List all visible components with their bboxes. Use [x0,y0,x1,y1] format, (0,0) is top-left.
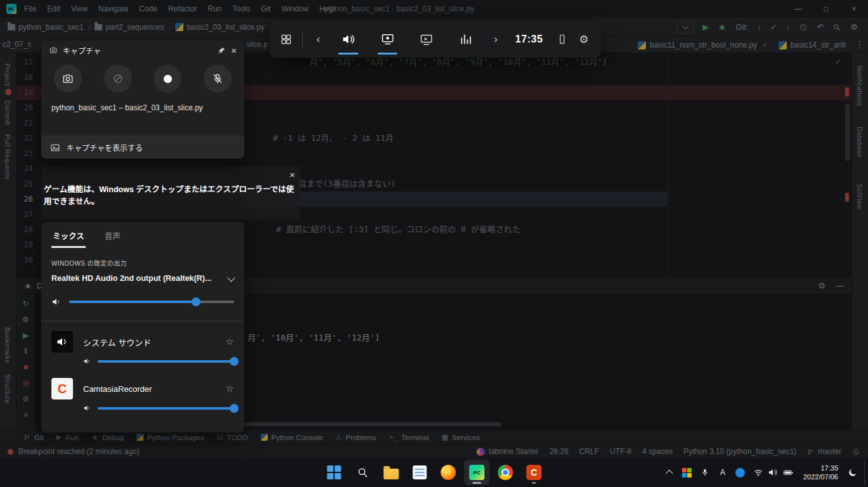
console-horizontal-scrollbar[interactable] [241,422,501,426]
git-update-button[interactable]: ↓ [758,23,762,31]
panel-minimize-icon[interactable]: — [836,281,844,290]
resume-button[interactable]: ▶ [23,331,29,340]
master-volume-slider[interactable] [69,301,234,303]
view-breakpoints-button[interactable]: ◎ [22,379,29,387]
toolwin-debug[interactable]: Debug [86,432,129,443]
editor-gutter[interactable]: 1718192021222324252627282930 [16,55,41,268]
breadcrumb-file[interactable]: basic2_03_list_slice.py [175,23,265,32]
browser-button[interactable] [493,460,518,485]
error-stripe-mark[interactable] [845,193,849,202]
toolwin-services[interactable]: ▦Services [436,432,486,443]
tab-voice[interactable]: 音声 [103,227,122,248]
menu-item[interactable]: Code [139,4,157,13]
screenshot-button[interactable] [54,65,82,93]
inspections-ok-icon[interactable]: ✓ [835,57,841,66]
start-button[interactable] [322,460,347,485]
menu-item[interactable]: Refactor [168,4,197,13]
toolwin-python-packages[interactable]: Python Packages [131,432,210,443]
capture-widget-button[interactable] [371,21,404,58]
taskbar-clock[interactable]: 17:35 2022/07/06 [798,464,843,482]
audio-widget-button[interactable] [331,21,365,58]
start-recording-button[interactable] [154,65,181,93]
pycharm-button[interactable]: PC [464,460,490,485]
rerun-button[interactable]: ↻ [22,299,29,308]
tray-app-button[interactable] [679,461,695,484]
breadcrumb-package[interactable]: part2_sequences [95,23,164,32]
toolwin-run[interactable]: ▶Run [51,432,85,443]
menu-item[interactable]: Navigate [98,4,128,13]
editor-scrollbar[interactable] [845,104,850,161]
run-config-combo[interactable] [677,21,694,34]
tray-mic-button[interactable] [697,461,713,484]
firefox-button[interactable] [436,460,461,485]
git-branch[interactable]: master [807,447,841,456]
menu-item[interactable]: Edit [47,4,60,13]
file-explorer-button[interactable] [379,460,404,485]
tab-options-icon[interactable]: ⋮ [855,39,864,49]
pin-icon[interactable] [218,46,226,55]
toolwin-git[interactable]: Git [18,432,49,443]
notifications-bell-icon[interactable] [852,448,860,456]
editor-tab-clipped-current[interactable]: slice.p [246,40,268,49]
show-desktop-button[interactable] [864,460,867,485]
mic-muted-button[interactable] [204,65,232,93]
tabnine-status[interactable]: tabnine Starter [477,447,539,456]
broadcast-widget-button[interactable] [409,21,443,58]
performance-widget-button[interactable] [449,21,482,58]
maximize-button[interactable]: □ [812,0,840,18]
file-encoding[interactable]: UTF-8 [610,447,631,456]
editor-tab[interactable]: basic14_str_ariti [773,37,852,53]
debug-button[interactable] [718,23,727,32]
menu-item[interactable]: View [71,4,88,13]
mute-breakpoints-button[interactable]: ⊘ [22,394,29,403]
record-last-button[interactable] [104,65,132,93]
favorite-star-icon[interactable]: ☆ [226,336,234,347]
editor-tab[interactable]: basic11_num_str_bool_none.py × [632,37,773,53]
python-interpreter[interactable]: Python 3.10 (python_basic_sec1) [683,447,796,456]
output-device-select[interactable]: Realtek HD Audio 2nd output (Realtek(R).… [51,274,234,283]
sidebar-item-commit[interactable]: Commit [4,100,11,125]
toolwin-problems[interactable]: ⚠Problems [330,432,382,443]
git-push-button[interactable]: ↑ [786,23,791,31]
show-captures-button[interactable]: キャプチャを表示する [41,136,244,159]
sidebar-item-structure[interactable]: Structure [4,374,11,404]
capture-close-icon[interactable]: × [231,45,237,56]
sidebar-item-bookmarks[interactable]: Bookmarks [4,327,11,363]
caret-position[interactable]: 26:26 [549,447,569,456]
editor-tab-clipped-left[interactable]: c2_07_s [3,40,31,49]
run-button[interactable]: ▶ [702,23,709,31]
sidebar-item-sciview[interactable]: SciView [856,184,864,210]
sidebar-item-notifications[interactable]: Notifications [856,66,864,107]
ime-mode-button[interactable]: A [714,461,731,484]
sidebar-item-database[interactable]: Database [856,127,864,158]
tab-mix[interactable]: ミックス [51,227,86,248]
git-commit-button[interactable]: ✓ [770,23,777,31]
tray-overflow-button[interactable] [661,461,678,484]
gamebar-settings-button[interactable]: ⚙ [575,21,592,58]
sidebar-item-project[interactable]: Project [4,63,11,86]
system-sounds-volume-slider[interactable] [98,360,234,363]
minimize-button[interactable]: — [784,0,812,18]
toolwin-python-console[interactable]: Python Console [255,432,329,443]
sidebar-item-pull-requests[interactable]: Pull Requests [4,134,11,179]
system-tray-cluster[interactable] [750,461,797,484]
stop-button[interactable]: ■ [23,363,28,372]
document-app-button[interactable] [407,460,433,485]
menu-item[interactable]: Run [207,4,221,13]
tab-close-icon[interactable]: × [763,41,766,49]
error-stripe-mark[interactable] [845,88,849,96]
debug-settings-button[interactable]: ⚙ [22,315,29,324]
focus-assist-button[interactable] [845,461,861,484]
history-button[interactable] [799,23,808,32]
menu-item[interactable]: Tools [232,4,250,13]
breadcrumb-project[interactable]: python_basic_sec1 [8,23,84,32]
close-button[interactable]: × [840,0,868,18]
toolwin-todo[interactable]: ☑TODO [211,432,254,443]
menu-item[interactable]: Window [282,4,309,13]
widgets-menu-button[interactable] [278,21,294,58]
panel-settings-icon[interactable]: ⚙ [818,281,825,290]
search-everywhere-button[interactable] [832,23,841,32]
more-actions-button[interactable]: » [23,410,28,419]
menu-item[interactable]: Git [261,4,270,13]
scroll-left-button[interactable]: ‹ [310,21,327,58]
